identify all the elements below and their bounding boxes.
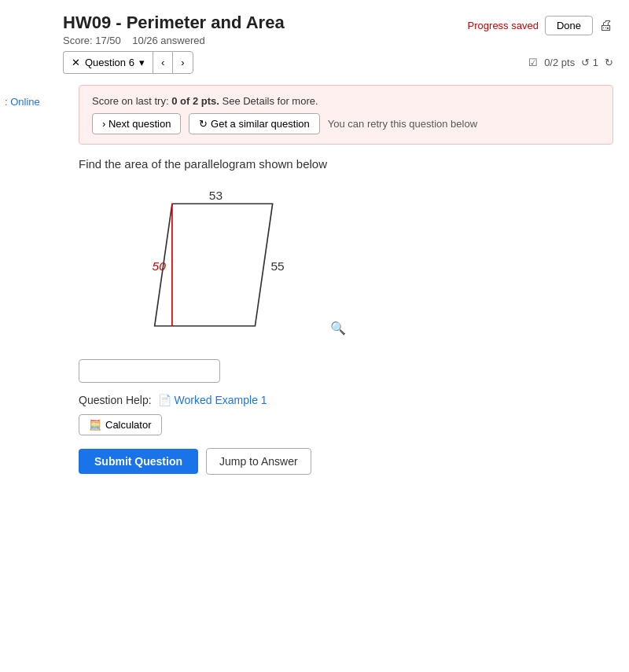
question-label: Question 6 [85, 57, 134, 68]
question-text: Find the area of the parallelogram shown… [79, 157, 613, 171]
jump-to-answer-button[interactable]: Jump to Answer [206, 448, 311, 475]
checkmark-icon: ☑ [528, 57, 538, 68]
close-x-icon: ✕ [72, 57, 80, 68]
sidebar-online-label[interactable]: : Online [0, 93, 45, 111]
done-button[interactable]: Done [545, 16, 593, 35]
print-icon[interactable]: 🖨 [599, 17, 613, 34]
similar-question-button[interactable]: ↻ Get a similar question [189, 113, 319, 134]
worked-example-text: Worked Example 1 [175, 394, 267, 406]
refresh-icon: ↻ [605, 57, 613, 68]
next-question-button[interactable]: › [172, 51, 193, 74]
pts-label: 0/2 pts [544, 57, 575, 68]
score-text: Score: 17/50 [63, 35, 121, 46]
prev-question-button[interactable]: ‹ [153, 51, 172, 74]
answer-input[interactable] [79, 359, 220, 383]
score-banner-suffix: See Details for more. [222, 95, 318, 107]
document-icon: 📄 [158, 394, 171, 406]
worked-example-link[interactable]: 📄 Worked Example 1 [158, 394, 267, 406]
retry-text: You can retry this question below [328, 118, 477, 130]
progress-saved-label: Progress saved [468, 20, 539, 31]
svg-text:55: 55 [270, 259, 284, 273]
submit-question-button[interactable]: Submit Question [79, 449, 198, 474]
score-banner-bold: 0 of 2 pts. [171, 95, 219, 107]
retry-label: ↺ 1 [581, 57, 598, 68]
score-banner-prefix: Score on last try: [92, 95, 169, 107]
score-banner: Score on last try: 0 of 2 pts. See Detai… [79, 85, 613, 145]
question-help-label: Question Help: [79, 394, 152, 406]
dropdown-arrow-icon: ▾ [139, 57, 145, 68]
svg-text:50: 50 [153, 259, 167, 273]
question-selector[interactable]: ✕ Question 6 ▾ [63, 51, 153, 74]
zoom-icon[interactable]: 🔍 [330, 321, 346, 336]
page-title: HW09 - Perimeter and Area [63, 13, 285, 33]
diagram-area: 53 50 55 🔍 [79, 186, 362, 343]
answered-text: 10/26 answered [132, 35, 205, 46]
next-question-button-banner[interactable]: › Next question [92, 113, 181, 134]
calculator-label: Calculator [105, 419, 152, 431]
calculator-button[interactable]: 🧮 Calculator [79, 414, 162, 435]
svg-text:53: 53 [209, 189, 223, 202]
calculator-icon: 🧮 [89, 419, 101, 431]
